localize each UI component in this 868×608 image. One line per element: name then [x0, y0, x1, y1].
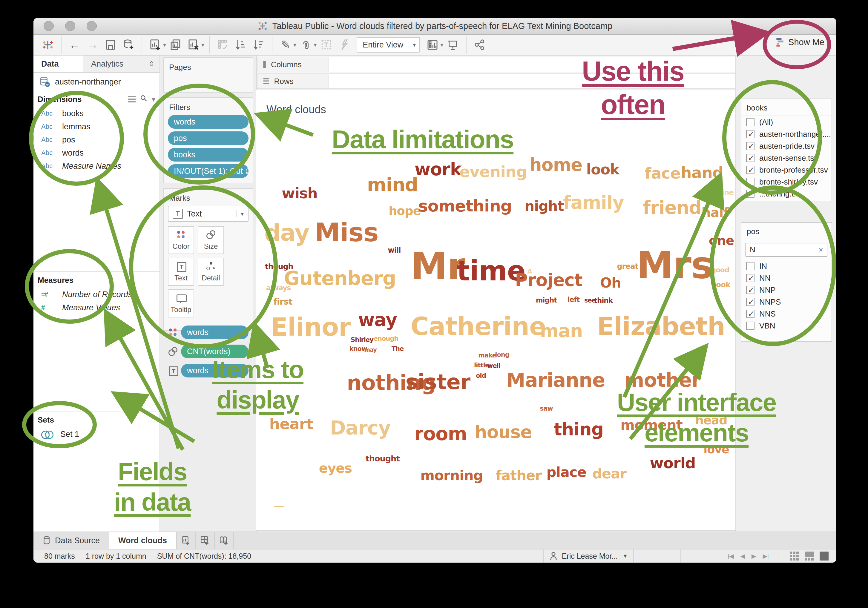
- duplicate-sheet-icon[interactable]: [168, 37, 183, 53]
- highlight-pen-icon[interactable]: ✎: [278, 37, 293, 53]
- cloud-word[interactable]: eyes: [319, 462, 352, 475]
- filter-checkbox-row[interactable]: NN: [741, 272, 832, 284]
- fit-dropdown[interactable]: Entire View ▾: [356, 37, 420, 53]
- cloud-word[interactable]: day: [264, 221, 309, 244]
- filter-checkbox-row[interactable]: austen-pride.tsv: [741, 140, 832, 152]
- cloud-word[interactable]: long: [495, 352, 509, 358]
- marks-pill[interactable]: words: [181, 325, 248, 339]
- new-worksheet-caret-icon[interactable]: ▾: [163, 41, 166, 48]
- marks-button[interactable]: Size: [198, 226, 224, 254]
- swap-rows-columns-icon[interactable]: [215, 37, 231, 53]
- clear-search-icon[interactable]: ×: [819, 245, 823, 254]
- checkbox[interactable]: [746, 154, 755, 162]
- first-page-icon[interactable]: |◀: [728, 552, 734, 560]
- show-tabs-icon[interactable]: [790, 552, 799, 560]
- save-icon[interactable]: [103, 37, 118, 53]
- sort-ascending-icon[interactable]: [233, 37, 248, 53]
- cloud-word[interactable]: look: [714, 281, 730, 288]
- filter-pill[interactable]: pos: [168, 132, 248, 145]
- cloud-word[interactable]: moment: [620, 418, 682, 432]
- new-dashboard-tab-icon[interactable]: [196, 532, 215, 549]
- cloud-word[interactable]: Darcy: [330, 418, 391, 438]
- pos-search-input[interactable]: N ×: [746, 243, 828, 257]
- filter-checkbox-row[interactable]: (All): [741, 116, 832, 128]
- filter-checkbox-row[interactable]: bronte-professor.tsv: [741, 164, 832, 176]
- cloud-word[interactable]: saw: [540, 405, 553, 412]
- tab-analytics[interactable]: Analytics: [83, 56, 143, 72]
- cloud-word[interactable]: Gutenberg: [284, 269, 396, 288]
- cloud-word[interactable]: left: [567, 296, 580, 303]
- cards-caret-icon[interactable]: ▾: [440, 41, 443, 48]
- cloud-word[interactable]: man: [540, 322, 583, 340]
- filter-checkbox-row[interactable]: NNS: [741, 308, 832, 320]
- checkbox[interactable]: [746, 166, 755, 174]
- text-label-icon[interactable]: [318, 37, 334, 53]
- last-page-icon[interactable]: ▶|: [763, 552, 769, 560]
- search-icon[interactable]: [140, 94, 147, 104]
- view-data-grid-icon[interactable]: [128, 96, 136, 102]
- checkbox[interactable]: [746, 178, 755, 186]
- highlight-pin-icon[interactable]: [336, 37, 352, 53]
- cloud-word[interactable]: way: [358, 311, 397, 329]
- cloud-word[interactable]: wish: [282, 186, 318, 200]
- cloud-word[interactable]: might: [536, 297, 557, 304]
- cloud-word[interactable]: —: [274, 500, 285, 512]
- user-name[interactable]: Eric Lease Mor...: [562, 552, 618, 560]
- cloud-word[interactable]: first: [274, 297, 292, 306]
- checkbox[interactable]: [746, 322, 755, 330]
- checkbox[interactable]: [746, 142, 755, 150]
- cloud-word[interactable]: good: [711, 267, 729, 274]
- show-sheet-icon[interactable]: [820, 552, 829, 560]
- cloud-word[interactable]: may: [364, 347, 377, 353]
- measure-field[interactable]: =# Number of Records: [33, 288, 160, 301]
- checkbox[interactable]: [746, 286, 755, 294]
- filter-checkbox-row[interactable]: IN: [741, 260, 832, 272]
- cloud-word[interactable]: Project: [515, 271, 582, 289]
- next-page-icon[interactable]: ▶: [752, 552, 756, 560]
- filter-pill[interactable]: words: [168, 115, 248, 129]
- cloud-word[interactable]: mind: [367, 176, 418, 194]
- cloud-word[interactable]: hope: [389, 205, 421, 217]
- new-worksheet-icon[interactable]: [147, 37, 163, 53]
- filter-checkbox-row[interactable]: NNPS: [741, 296, 832, 308]
- cloud-word[interactable]: something: [418, 198, 512, 214]
- cloud-word[interactable]: morning: [420, 469, 483, 482]
- cloud-word[interactable]: though: [265, 263, 293, 270]
- user-caret-icon[interactable]: ▼: [623, 553, 628, 559]
- dimension-field[interactable]: Abc Measure Names: [33, 159, 160, 173]
- cloud-word[interactable]: Catherine: [411, 314, 546, 339]
- worksheet-view[interactable]: Word clouds wishmindworkeveninghomelookf…: [256, 90, 736, 531]
- share-icon[interactable]: [472, 37, 487, 53]
- cloud-word[interactable]: Elizabeth: [597, 314, 725, 339]
- cloud-word[interactable]: Miss: [315, 220, 378, 245]
- cloud-word[interactable]: always: [266, 285, 291, 291]
- measure-field[interactable]: # Measure Values: [33, 301, 160, 314]
- cloud-word[interactable]: The: [392, 346, 404, 352]
- filter-checkbox-row[interactable]: bronte-shirley.tsv: [741, 176, 832, 188]
- pane-sort-icon[interactable]: ⇕: [143, 56, 160, 72]
- cloud-word[interactable]: Mrs: [637, 247, 713, 284]
- tableau-logo-icon[interactable]: [40, 37, 56, 53]
- group-caret-icon[interactable]: ▾: [314, 41, 316, 48]
- pages-card[interactable]: Pages: [163, 57, 253, 93]
- marks-button[interactable]: Detail: [198, 258, 224, 286]
- cloud-word[interactable]: think: [594, 297, 612, 304]
- show-filmstrip-icon[interactable]: [805, 552, 814, 560]
- cloud-word[interactable]: heart: [270, 416, 313, 432]
- cloud-word[interactable]: thought: [366, 455, 400, 463]
- clear-sheet-caret-icon[interactable]: ▾: [202, 41, 204, 48]
- cloud-word[interactable]: room: [414, 425, 467, 443]
- dimension-field[interactable]: Abc words: [33, 146, 160, 159]
- cloud-word[interactable]: love: [704, 444, 729, 455]
- cloud-word[interactable]: world: [649, 456, 695, 470]
- cloud-word[interactable]: work: [415, 161, 462, 178]
- cloud-word[interactable]: face: [645, 166, 680, 181]
- cloud-word[interactable]: friend: [643, 199, 702, 217]
- checkbox[interactable]: [746, 190, 755, 198]
- undo-icon[interactable]: ←: [67, 37, 82, 53]
- show-me-button[interactable]: Show Me: [775, 37, 825, 47]
- tab-data[interactable]: Data: [33, 56, 83, 72]
- datasource-row[interactable]: austen-northanger: [33, 73, 160, 91]
- filter-checkbox-row[interactable]: VBN: [741, 320, 832, 332]
- checkbox[interactable]: [746, 274, 755, 282]
